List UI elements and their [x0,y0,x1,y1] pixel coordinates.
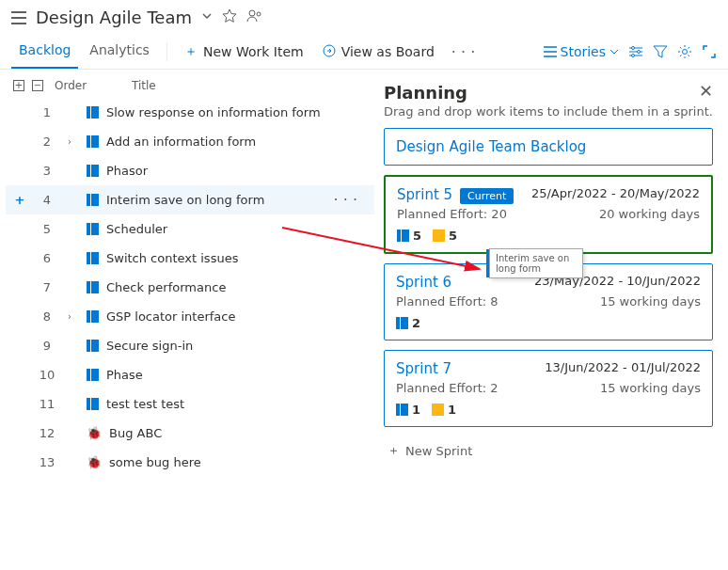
row-order: 4 [32,193,62,207]
current-badge: Current [460,188,514,204]
row-title: Add an information form [104,135,374,149]
backlog-row[interactable]: 12🐞Bug ABC [6,419,374,448]
filter-icon[interactable] [653,44,668,59]
team-title[interactable]: Design Agile Team [36,8,192,27]
svg-point-3 [632,47,635,50]
row-title: Interim save on long form [104,193,328,207]
row-title: Secure sign-in [104,339,374,353]
fullscreen-icon[interactable] [702,44,717,59]
team-dropdown-chevron[interactable] [201,10,213,24]
stories-label: Stories [561,44,607,59]
planned-effort: Planned Effort: 20 [397,207,507,221]
backlog-row[interactable]: 7Check performance [6,273,374,302]
tab-backlog[interactable]: Backlog [11,35,78,69]
plus-icon: ＋ [184,43,198,60]
gear-icon[interactable] [677,44,692,59]
story-icon [87,340,99,352]
row-order: 13 [32,455,62,469]
view-as-board-button[interactable]: View as Board [315,39,442,66]
toolbar-overflow-icon[interactable]: · · · [446,43,481,61]
story-icon [87,252,99,264]
row-order: 1 [32,105,62,119]
story-icon [87,223,99,235]
drag-preview-label: Interim save on long form [496,253,569,274]
row-overflow-icon[interactable]: · · · [334,191,357,209]
row-order: 7 [32,280,62,294]
new-sprint-label: New Sprint [405,444,472,458]
row-order: 12 [32,426,62,440]
row-order: 8 [32,309,62,324]
sprint-name: Sprint 5 [397,186,452,203]
stories-icon [544,46,557,57]
row-title: some bug here [107,455,374,469]
svg-point-0 [249,10,255,16]
new-work-item-button[interactable]: ＋ New Work Item [177,38,311,66]
stories-selector[interactable]: Stories [544,44,620,59]
new-sprint-button[interactable]: ＋ New Sprint [384,436,713,465]
story-icon [397,230,409,242]
backlog-row[interactable]: 13🐞some bug here [6,448,374,477]
sprint-card[interactable]: Sprint 713/Jun/2022 - 01/Jul/2022Planned… [384,350,713,427]
team-members-icon[interactable] [246,8,263,26]
task-count: 1 [448,403,456,417]
backlog-row[interactable]: 6Switch context issues [6,244,374,273]
sprint-name: Sprint 6 [396,274,451,291]
backlog-icon [11,11,26,24]
row-order: 5 [32,222,62,236]
svg-point-1 [257,12,261,16]
chevron-down-icon [609,47,619,56]
planning-title: Planning [384,83,713,103]
backlog-row[interactable]: 10Phase [6,360,374,389]
bug-icon: 🐞 [87,426,102,440]
row-title: test test test [104,397,374,411]
backlog-row[interactable]: 8›GSP locator interface [6,302,374,331]
story-icon [87,398,99,410]
collapse-all-icon[interactable]: − [32,80,43,91]
svg-point-6 [683,50,688,55]
expand-chevron-icon[interactable]: › [68,136,81,147]
task-icon [432,404,444,416]
planned-effort: Planned Effort: 8 [396,294,499,309]
backlog-row[interactable]: 11test test test [6,389,374,419]
svg-point-4 [638,51,641,54]
row-order: 2 [32,135,62,149]
column-title[interactable]: Title [132,79,156,92]
row-title: GSP locator interface [104,309,374,324]
working-days: 20 working days [599,207,700,221]
sprint-dates: 25/Apr/2022 - 20/May/2022 [531,186,700,200]
sprint-card[interactable]: Sprint 5Current25/Apr/2022 - 20/May/2022… [384,175,713,254]
story-icon [396,404,408,416]
add-child-icon[interactable]: + [13,193,26,207]
expand-all-icon[interactable]: + [13,80,24,91]
row-title: Scheduler [104,222,374,236]
column-order[interactable]: Order [55,79,92,92]
favorite-star-icon[interactable] [222,8,237,26]
backlog-row[interactable]: 3Phasor [6,156,374,185]
story-icon [87,281,99,293]
story-count: 5 [413,229,421,243]
expand-chevron-icon[interactable]: › [68,311,81,322]
board-icon [323,44,336,60]
backlog-panel: + − Order Title 1Slow response on inform… [0,70,374,553]
story-icon [87,106,99,119]
backlog-row[interactable]: +4Interim save on long form· · · [6,185,374,214]
separator [166,42,167,61]
backlog-row[interactable]: 2›Add an information form [6,127,374,156]
backlog-row[interactable]: 5Scheduler [6,214,374,244]
backlog-card-title: Design Agile Team Backlog [396,138,701,155]
new-work-item-label: New Work Item [203,44,304,59]
settings-slider-icon[interactable] [628,44,643,59]
task-count: 5 [449,229,457,243]
close-icon[interactable]: ✕ [699,81,713,101]
backlog-row[interactable]: 1Slow response on information form [6,98,374,127]
story-icon [87,194,99,206]
row-title: Phasor [104,164,374,178]
backlog-card[interactable]: Design Agile Team Backlog [384,128,713,166]
story-count: 1 [412,403,420,417]
tab-analytics[interactable]: Analytics [82,35,157,69]
row-title: Bug ABC [107,426,374,440]
backlog-row[interactable]: 9Secure sign-in [6,331,374,360]
row-order: 6 [32,251,62,265]
story-icon [87,310,99,323]
story-icon [87,369,99,381]
